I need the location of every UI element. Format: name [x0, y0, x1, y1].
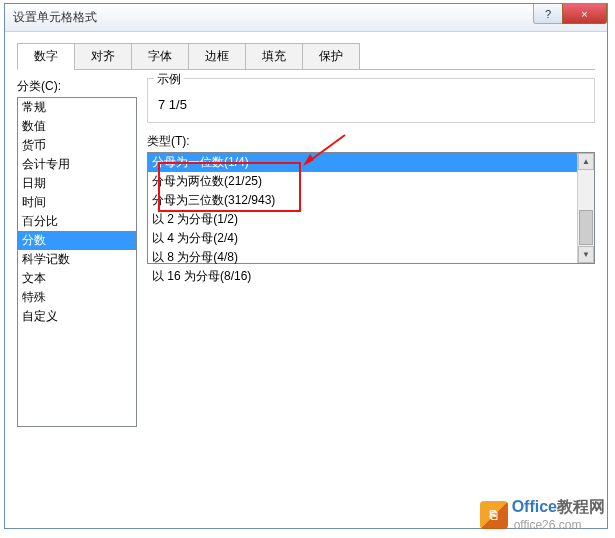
category-item[interactable]: 日期 — [18, 174, 136, 193]
type-item[interactable]: 分母为两位数(21/25) — [148, 172, 577, 191]
scroll-down-icon[interactable]: ▼ — [578, 246, 594, 263]
dialog-body: 分类(C): 常规 数值 货币 会计专用 日期 时间 百分比 分数 科学记数 文… — [17, 78, 595, 478]
type-item[interactable]: 以 8 为分母(4/8) — [148, 248, 577, 267]
scroll-track[interactable] — [578, 170, 594, 209]
window-title: 设置单元格格式 — [13, 9, 97, 26]
type-list[interactable]: 分母为一位数(1/4) 分母为两位数(21/25) 分母为三位数(312/943… — [147, 152, 595, 264]
tabstrip: 数字 对齐 字体 边框 填充 保护 — [17, 42, 595, 70]
tab-border[interactable]: 边框 — [188, 43, 246, 70]
category-item[interactable]: 百分比 — [18, 212, 136, 231]
tab-font[interactable]: 字体 — [131, 43, 189, 70]
detail-column: 示例 7 1/5 类型(T): 分母为一位数(1/4) 分母为两位数(21/25… — [147, 78, 595, 478]
scroll-thumb[interactable] — [579, 210, 593, 245]
tab-fill[interactable]: 填充 — [245, 43, 303, 70]
dialog-window: 设置单元格格式 ? × 数字 对齐 字体 边框 填充 保护 分类(C): 常规 … — [4, 3, 608, 529]
tab-protection[interactable]: 保护 — [302, 43, 360, 70]
category-item[interactable]: 特殊 — [18, 288, 136, 307]
tab-alignment[interactable]: 对齐 — [74, 43, 132, 70]
category-item-selected[interactable]: 分数 — [18, 231, 136, 250]
dialog-content: 数字 对齐 字体 边框 填充 保护 分类(C): 常规 数值 货币 会计专用 日… — [5, 32, 607, 488]
type-item[interactable]: 以 4 为分母(2/4) — [148, 229, 577, 248]
category-item[interactable]: 数值 — [18, 117, 136, 136]
type-item-selected[interactable]: 分母为一位数(1/4) — [148, 153, 577, 172]
example-box: 示例 7 1/5 — [147, 78, 595, 123]
type-items: 分母为一位数(1/4) 分母为两位数(21/25) 分母为三位数(312/943… — [148, 153, 577, 263]
category-label: 分类(C): — [17, 78, 137, 95]
category-item[interactable]: 时间 — [18, 193, 136, 212]
window-controls: ? × — [534, 4, 607, 24]
watermark-text: Office教程网 office26.com — [512, 497, 605, 532]
category-list[interactable]: 常规 数值 货币 会计专用 日期 时间 百分比 分数 科学记数 文本 特殊 自定… — [17, 97, 137, 427]
scrollbar[interactable]: ▲ ▼ — [577, 153, 594, 263]
help-button[interactable]: ? — [533, 4, 563, 24]
example-value: 7 1/5 — [158, 97, 584, 112]
watermark-brand: Office — [512, 498, 557, 515]
close-button[interactable]: × — [562, 4, 607, 24]
watermark-logo-icon: ⎘ — [480, 501, 508, 529]
titlebar: 设置单元格格式 ? × — [5, 4, 607, 32]
watermark-suffix: 教程网 — [557, 498, 605, 515]
category-item[interactable]: 会计专用 — [18, 155, 136, 174]
scroll-up-icon[interactable]: ▲ — [578, 153, 594, 170]
category-item[interactable]: 货币 — [18, 136, 136, 155]
type-label: 类型(T): — [147, 133, 595, 150]
category-item[interactable]: 常规 — [18, 98, 136, 117]
tab-number[interactable]: 数字 — [17, 43, 75, 70]
category-column: 分类(C): 常规 数值 货币 会计专用 日期 时间 百分比 分数 科学记数 文… — [17, 78, 137, 478]
watermark: ⎘ Office教程网 office26.com — [480, 497, 605, 532]
type-item[interactable]: 以 2 为分母(1/2) — [148, 210, 577, 229]
type-item[interactable]: 分母为三位数(312/943) — [148, 191, 577, 210]
category-item[interactable]: 文本 — [18, 269, 136, 288]
category-item[interactable]: 科学记数 — [18, 250, 136, 269]
type-item[interactable]: 以 16 为分母(8/16) — [148, 267, 577, 286]
example-title: 示例 — [154, 71, 184, 88]
category-item[interactable]: 自定义 — [18, 307, 136, 326]
watermark-sub: office26.com — [514, 518, 605, 532]
